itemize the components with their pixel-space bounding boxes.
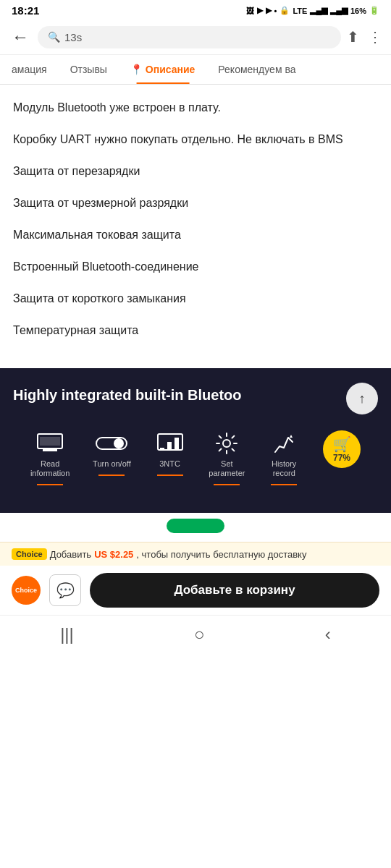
status-time: 18:21 [12, 4, 39, 17]
nav-home[interactable]: ○ [194, 624, 205, 644]
read-info-label: Read information [30, 459, 70, 478]
partial-scroll [0, 513, 391, 542]
search-query: 13s [64, 31, 82, 43]
list-item: Защита от чрезмерной разрядки [13, 195, 378, 212]
feature-set-parameter[interactable]: Set parameter [209, 430, 245, 485]
youtube-icon: ▶ [257, 6, 263, 15]
list-item: Модуль Bluetooth уже встроен в плату. [13, 99, 378, 116]
scroll-top-button[interactable]: ↑ [346, 383, 378, 414]
list-item: Защита от короткого замыкания [13, 290, 378, 307]
list-item: Встроенный Bluetooth-соединение [13, 258, 378, 276]
toggle-icon [96, 430, 127, 456]
share-icon[interactable]: ⬆ [347, 28, 359, 46]
dark-banner: Highly integrated built-in Bluetoo ↑ Rea… [0, 368, 391, 513]
3ntc-icon [154, 430, 186, 456]
3ntc-label: 3NTC [159, 459, 180, 469]
more-icon[interactable]: ⋮ [368, 28, 382, 46]
history-record-underline [271, 484, 297, 485]
nav-back[interactable]: ‹ [325, 624, 331, 644]
battery-icon: 🔋 [369, 6, 379, 15]
bottom-actions: Choice 💬 Добавьте в корзину [0, 566, 391, 615]
choice-price: US $2.25 [94, 549, 133, 560]
chat-icon: 💬 [56, 582, 75, 599]
green-action-btn[interactable] [167, 519, 224, 533]
chat-button[interactable]: 💬 [49, 574, 81, 606]
tab-info[interactable]: амация [0, 55, 59, 84]
search-actions: ⬆ ⋮ [347, 28, 382, 46]
svg-rect-1 [43, 449, 57, 451]
list-item: Максимальная токовая защита [13, 226, 378, 244]
tab-description[interactable]: 📍 Описание [119, 55, 206, 84]
cart-circle[interactable]: 🛒 77% [323, 430, 361, 468]
choice-logo: Choice [12, 576, 41, 605]
choice-bar-text: Добавить [50, 549, 91, 560]
nav-recent-apps[interactable]: ||| [60, 624, 74, 644]
back-button[interactable]: ← [9, 24, 32, 50]
signal-icon: ▂▄▆ [310, 6, 327, 15]
lte-icon: LTE [293, 7, 307, 15]
battery-lock-icon: 🔒 [279, 6, 290, 15]
feature-history-record[interactable]: History record [268, 430, 300, 485]
scroll-top-icon: ↑ [359, 391, 366, 407]
status-icons: 🖼 ▶ ▶ • 🔒 LTE ▂▄▆ ▂▄▆ 16% 🔋 [246, 6, 379, 15]
choice-badge: Choice [12, 548, 47, 560]
tab-recommend[interactable]: Рекомендуем ва [206, 55, 307, 84]
read-info-underline [37, 484, 63, 485]
svg-point-9 [223, 440, 230, 447]
turn-on-off-underline [98, 475, 125, 476]
set-parameter-underline [214, 484, 240, 485]
status-bar: 18:21 🖼 ▶ ▶ • 🔒 LTE ▂▄▆ ▂▄▆ 16% 🔋 [0, 0, 391, 20]
feature-icons-row: Read information Turn on/off [13, 416, 378, 491]
svg-rect-2 [40, 437, 60, 446]
svg-rect-8 [175, 438, 179, 451]
svg-rect-7 [167, 442, 172, 451]
signal2-icon: ▂▄▆ [330, 6, 348, 15]
3ntc-underline [157, 475, 183, 476]
feature-read-info[interactable]: Read information [30, 430, 70, 485]
choice-bar: Choice Добавить US $2.25 , чтобы получит… [0, 542, 391, 566]
nav-tabs: амация Отзывы 📍 Описание Рекомендуем ва [0, 55, 391, 85]
feature-cart[interactable]: 🛒 77% [323, 430, 361, 468]
search-icon: 🔍 [48, 31, 60, 43]
choice-bar-suffix: , чтобы получить бесплатную доставку [136, 549, 306, 560]
location-icon: 📍 [130, 64, 143, 75]
banner-title: Highly integrated built-in Bluetoo [13, 386, 287, 404]
add-to-cart-button[interactable]: Добавьте в корзину [90, 573, 379, 608]
feature-3ntc[interactable]: 3NTC [154, 430, 186, 476]
dot-icon: • [274, 7, 277, 15]
turn-on-off-label: Turn on/off [93, 459, 131, 469]
content-area: Модуль Bluetooth уже встроен в плату. Ко… [0, 85, 391, 368]
list-item: Защита от перезарядки [13, 163, 378, 180]
svg-point-4 [114, 438, 124, 448]
cart-icon: 🛒 [333, 435, 351, 453]
battery-level: 16% [350, 7, 366, 15]
set-parameter-label: Set parameter [209, 459, 245, 478]
video-icon: ▶ [266, 6, 272, 15]
set-parameter-icon [211, 430, 243, 456]
nav-bar: ||| ○ ‹ [0, 615, 391, 650]
list-item: Коробку UART нужно покупать отдельно. Не… [13, 131, 378, 148]
svg-rect-6 [160, 448, 164, 451]
list-item: Температурная защита [13, 322, 378, 339]
tab-reviews[interactable]: Отзывы [59, 55, 119, 84]
history-record-icon [268, 430, 300, 456]
camera-icon: 🖼 [246, 7, 254, 15]
cart-percent: 77% [333, 453, 350, 463]
read-info-icon [34, 430, 66, 456]
feature-turn-on-off[interactable]: Turn on/off [93, 430, 131, 476]
search-bar: ← 🔍 13s ⬆ ⋮ [0, 20, 391, 55]
search-input-area[interactable]: 🔍 13s [38, 26, 341, 48]
history-record-label: History record [272, 459, 296, 478]
